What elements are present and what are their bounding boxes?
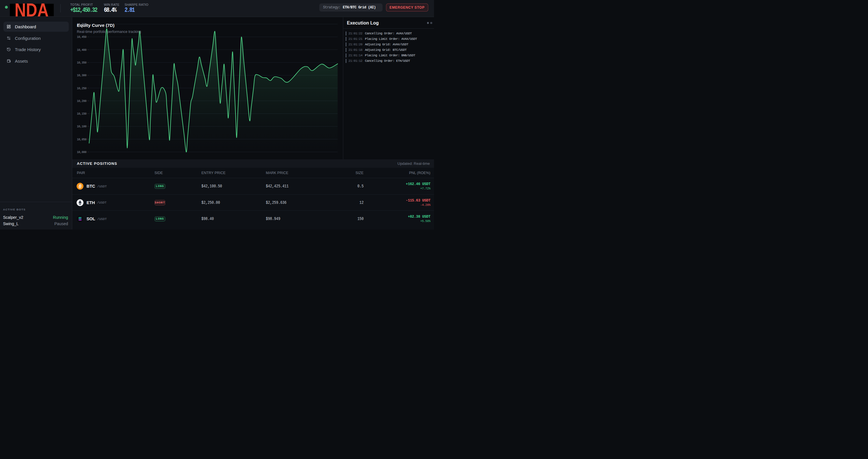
svg-text:10,300: 10,300: [77, 74, 87, 77]
svg-text:10,200: 10,200: [77, 100, 87, 103]
svg-text:10,100: 10,100: [77, 125, 87, 128]
svg-text:10,350: 10,350: [77, 61, 87, 64]
svg-text:10,250: 10,250: [77, 87, 87, 90]
svg-text:10,400: 10,400: [77, 48, 87, 52]
svg-text:10,000: 10,000: [77, 151, 87, 154]
svg-text:10,050: 10,050: [77, 138, 87, 141]
svg-text:10,150: 10,150: [77, 112, 87, 116]
svg-text:10,450: 10,450: [77, 35, 87, 39]
